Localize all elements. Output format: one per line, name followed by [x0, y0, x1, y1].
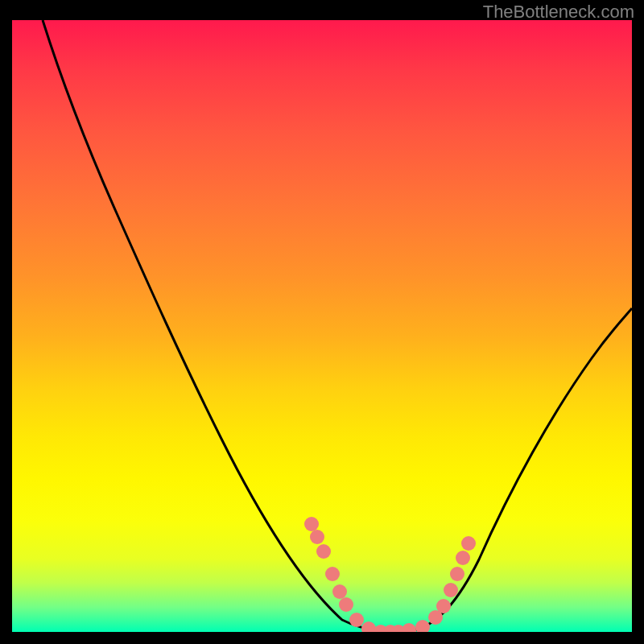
dot — [310, 530, 324, 544]
dot — [461, 536, 476, 551]
bottleneck-curve — [43, 20, 632, 632]
chart-container: TheBottleneck.com — [0, 0, 644, 644]
dot — [456, 551, 470, 565]
dot — [332, 584, 347, 599]
highlight-dots — [304, 517, 476, 632]
dot — [450, 567, 464, 581]
dot — [415, 620, 430, 632]
dot — [436, 599, 451, 613]
curve-svg — [12, 20, 632, 632]
dot — [316, 544, 331, 559]
dot — [339, 597, 353, 612]
dot — [349, 613, 364, 627]
dot — [402, 623, 416, 632]
dot — [304, 517, 319, 531]
dot — [325, 567, 340, 581]
plot-area — [12, 20, 632, 632]
dot — [444, 583, 458, 597]
attribution-text: TheBottleneck.com — [483, 2, 634, 23]
